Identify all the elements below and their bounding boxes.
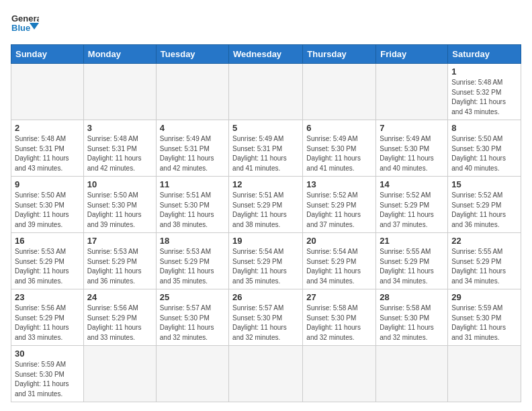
day-info: Sunrise: 5:54 AM Sunset: 5:29 PM Dayligh…: [306, 247, 372, 286]
calendar-cell: 2Sunrise: 5:48 AM Sunset: 5:31 PM Daylig…: [11, 120, 84, 177]
calendar-cell: [11, 64, 84, 120]
weekday-header-thursday: Thursday: [303, 45, 376, 64]
calendar-cell: [156, 64, 228, 120]
calendar-cell: 6Sunrise: 5:49 AM Sunset: 5:30 PM Daylig…: [303, 120, 376, 177]
calendar-cell: [376, 346, 448, 402]
weekday-header-sunday: Sunday: [11, 45, 84, 64]
calendar-cell: [303, 346, 376, 402]
day-number: 16: [15, 236, 80, 246]
calendar-cell: 14Sunrise: 5:52 AM Sunset: 5:29 PM Dayli…: [376, 177, 448, 233]
day-info: Sunrise: 5:49 AM Sunset: 5:31 PM Dayligh…: [160, 134, 225, 173]
day-info: Sunrise: 5:51 AM Sunset: 5:29 PM Dayligh…: [232, 191, 299, 230]
calendar-cell: 22Sunrise: 5:55 AM Sunset: 5:29 PM Dayli…: [448, 233, 521, 289]
weekday-header-friday: Friday: [376, 45, 448, 64]
day-info: Sunrise: 5:57 AM Sunset: 5:30 PM Dayligh…: [232, 304, 299, 342]
calendar-cell: 9Sunrise: 5:50 AM Sunset: 5:30 PM Daylig…: [11, 177, 84, 233]
day-number: 29: [451, 292, 517, 302]
day-number: 23: [15, 292, 80, 302]
calendar-cell: [83, 64, 156, 120]
day-number: 19: [232, 236, 299, 246]
day-number: 2: [15, 123, 80, 133]
calendar-cell: [303, 64, 376, 120]
day-info: Sunrise: 5:50 AM Sunset: 5:30 PM Dayligh…: [87, 191, 152, 230]
weekday-header-monday: Monday: [83, 45, 156, 64]
day-info: Sunrise: 5:48 AM Sunset: 5:32 PM Dayligh…: [451, 78, 517, 117]
calendar-cell: 10Sunrise: 5:50 AM Sunset: 5:30 PM Dayli…: [83, 177, 156, 233]
calendar-cell: 21Sunrise: 5:55 AM Sunset: 5:29 PM Dayli…: [376, 233, 448, 289]
day-info: Sunrise: 5:52 AM Sunset: 5:29 PM Dayligh…: [380, 191, 444, 230]
day-info: Sunrise: 5:55 AM Sunset: 5:29 PM Dayligh…: [380, 247, 444, 286]
calendar-cell: 12Sunrise: 5:51 AM Sunset: 5:29 PM Dayli…: [229, 177, 303, 233]
svg-text:General: General: [11, 13, 39, 24]
calendar-cell: [229, 346, 303, 402]
calendar-cell: [156, 346, 228, 402]
day-info: Sunrise: 5:53 AM Sunset: 5:29 PM Dayligh…: [15, 247, 80, 286]
day-number: 5: [232, 123, 299, 133]
day-number: 4: [160, 123, 225, 133]
day-info: Sunrise: 5:49 AM Sunset: 5:30 PM Dayligh…: [306, 134, 372, 173]
weekday-header-saturday: Saturday: [448, 45, 521, 64]
calendar-cell: 7Sunrise: 5:49 AM Sunset: 5:30 PM Daylig…: [376, 120, 448, 177]
day-number: 18: [160, 236, 225, 246]
calendar-cell: 16Sunrise: 5:53 AM Sunset: 5:29 PM Dayli…: [11, 233, 84, 289]
day-number: 11: [160, 179, 225, 189]
calendar-cell: 18Sunrise: 5:53 AM Sunset: 5:29 PM Dayli…: [156, 233, 228, 289]
day-number: 15: [451, 179, 517, 189]
calendar-cell: 28Sunrise: 5:58 AM Sunset: 5:30 PM Dayli…: [376, 289, 448, 346]
day-info: Sunrise: 5:58 AM Sunset: 5:30 PM Dayligh…: [306, 304, 372, 342]
day-info: Sunrise: 5:54 AM Sunset: 5:29 PM Dayligh…: [232, 247, 299, 286]
calendar-cell: 23Sunrise: 5:56 AM Sunset: 5:29 PM Dayli…: [11, 289, 84, 346]
calendar-cell: 24Sunrise: 5:56 AM Sunset: 5:29 PM Dayli…: [83, 289, 156, 346]
calendar-cell: [229, 64, 303, 120]
calendar-cell: 3Sunrise: 5:48 AM Sunset: 5:31 PM Daylig…: [83, 120, 156, 177]
day-info: Sunrise: 5:56 AM Sunset: 5:29 PM Dayligh…: [15, 304, 80, 342]
day-number: 1: [451, 66, 517, 77]
day-info: Sunrise: 5:49 AM Sunset: 5:30 PM Dayligh…: [380, 134, 444, 173]
day-info: Sunrise: 5:48 AM Sunset: 5:31 PM Dayligh…: [15, 134, 80, 173]
day-info: Sunrise: 5:58 AM Sunset: 5:30 PM Dayligh…: [380, 304, 444, 342]
calendar-cell: 15Sunrise: 5:52 AM Sunset: 5:29 PM Dayli…: [448, 177, 521, 233]
day-info: Sunrise: 5:57 AM Sunset: 5:30 PM Dayligh…: [160, 304, 225, 342]
calendar-cell: [83, 346, 156, 402]
calendar-cell: 5Sunrise: 5:49 AM Sunset: 5:31 PM Daylig…: [229, 120, 303, 177]
day-info: Sunrise: 5:59 AM Sunset: 5:30 PM Dayligh…: [451, 304, 517, 342]
calendar-cell: 17Sunrise: 5:53 AM Sunset: 5:29 PM Dayli…: [83, 233, 156, 289]
calendar-cell: 25Sunrise: 5:57 AM Sunset: 5:30 PM Dayli…: [156, 289, 228, 346]
day-number: 9: [15, 179, 80, 189]
day-number: 17: [87, 236, 152, 246]
calendar-cell: [448, 346, 521, 402]
day-info: Sunrise: 5:53 AM Sunset: 5:29 PM Dayligh…: [87, 247, 152, 286]
day-number: 13: [306, 179, 372, 189]
day-info: Sunrise: 5:51 AM Sunset: 5:30 PM Dayligh…: [160, 191, 225, 230]
weekday-header-tuesday: Tuesday: [156, 45, 228, 64]
day-number: 22: [451, 236, 517, 246]
day-number: 12: [232, 179, 299, 189]
calendar-cell: 26Sunrise: 5:57 AM Sunset: 5:30 PM Dayli…: [229, 289, 303, 346]
calendar-cell: 8Sunrise: 5:50 AM Sunset: 5:30 PM Daylig…: [448, 120, 521, 177]
calendar-cell: 11Sunrise: 5:51 AM Sunset: 5:30 PM Dayli…: [156, 177, 228, 233]
calendar-cell: 19Sunrise: 5:54 AM Sunset: 5:29 PM Dayli…: [229, 233, 303, 289]
day-number: 26: [232, 292, 299, 302]
day-info: Sunrise: 5:55 AM Sunset: 5:29 PM Dayligh…: [451, 247, 517, 286]
day-info: Sunrise: 5:50 AM Sunset: 5:30 PM Dayligh…: [451, 134, 517, 173]
calendar-table: SundayMondayTuesdayWednesdayThursdayFrid…: [11, 44, 521, 402]
day-info: Sunrise: 5:52 AM Sunset: 5:29 PM Dayligh…: [306, 191, 372, 230]
day-info: Sunrise: 5:56 AM Sunset: 5:29 PM Dayligh…: [87, 304, 152, 342]
svg-text:Blue: Blue: [11, 23, 30, 33]
day-number: 30: [15, 349, 80, 359]
calendar-cell: 27Sunrise: 5:58 AM Sunset: 5:30 PM Dayli…: [303, 289, 376, 346]
day-info: Sunrise: 5:59 AM Sunset: 5:30 PM Dayligh…: [15, 360, 80, 399]
day-number: 6: [306, 123, 372, 133]
calendar-cell: 29Sunrise: 5:59 AM Sunset: 5:30 PM Dayli…: [448, 289, 521, 346]
day-number: 27: [306, 292, 372, 302]
day-info: Sunrise: 5:50 AM Sunset: 5:30 PM Dayligh…: [15, 191, 80, 230]
day-number: 25: [160, 292, 225, 302]
day-number: 28: [380, 292, 444, 302]
day-number: 7: [380, 123, 444, 133]
calendar-cell: 30Sunrise: 5:59 AM Sunset: 5:30 PM Dayli…: [11, 346, 84, 402]
calendar-cell: 20Sunrise: 5:54 AM Sunset: 5:29 PM Dayli…: [303, 233, 376, 289]
day-number: 3: [87, 123, 152, 133]
calendar-cell: 1Sunrise: 5:48 AM Sunset: 5:32 PM Daylig…: [448, 64, 521, 120]
day-info: Sunrise: 5:52 AM Sunset: 5:29 PM Dayligh…: [451, 191, 517, 230]
calendar-cell: 13Sunrise: 5:52 AM Sunset: 5:29 PM Dayli…: [303, 177, 376, 233]
